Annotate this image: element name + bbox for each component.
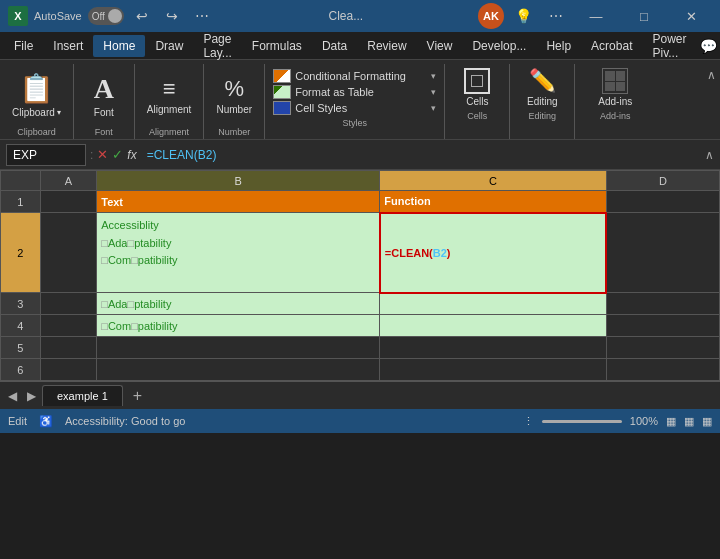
sheet-tabs: ◀ ▶ example 1 + [0, 381, 720, 409]
row-header-5[interactable]: 5 [1, 337, 41, 359]
cell-a1[interactable] [40, 191, 97, 213]
menu-powerpivot[interactable]: Power Piv... [642, 28, 696, 64]
cell-a2[interactable] [40, 213, 97, 293]
cell-b5[interactable] [97, 337, 380, 359]
menu-developer[interactable]: Develop... [462, 35, 536, 57]
cancel-formula-button[interactable]: ✕ [97, 147, 108, 162]
menu-pagelayout[interactable]: Page Lay... [193, 28, 241, 64]
alignment-label: Alignment [147, 104, 191, 115]
menu-formulas[interactable]: Formulas [242, 35, 312, 57]
number-group-content: % Number [210, 64, 258, 126]
accessibility-icon: ♿ [39, 415, 53, 428]
clipboard-group-label: Clipboard [17, 126, 56, 139]
cell-c2[interactable]: =CLEAN(B2) [380, 213, 606, 293]
toggle-off-label: Off [92, 11, 105, 22]
format-as-table-button[interactable]: Format as Table ▾ [273, 84, 436, 100]
sheet-ellipsis-button[interactable]: ⋮ [523, 415, 534, 428]
row-header-1[interactable]: 1 [1, 191, 41, 213]
add-sheet-button[interactable]: + [125, 383, 150, 409]
title-bar-left: X AutoSave Off ↩ ↪ ⋯ [8, 4, 214, 28]
cell-a4[interactable] [40, 315, 97, 337]
ribbon-display-button[interactable]: ⋯ [544, 4, 568, 28]
view-pagelayout-icon[interactable]: ▦ [702, 415, 712, 428]
cell-d6[interactable] [606, 359, 719, 381]
view-normal-icon[interactable]: ▦ [666, 415, 676, 428]
col-header-b[interactable]: B [97, 171, 380, 191]
cell-b6[interactable] [97, 359, 380, 381]
cell-c5[interactable] [380, 337, 606, 359]
cell-c4[interactable] [380, 315, 606, 337]
cell-d2[interactable] [606, 213, 719, 293]
formula-expand-button[interactable]: ∧ [705, 148, 714, 162]
cell-c6[interactable] [380, 359, 606, 381]
zoom-slider[interactable] [542, 420, 622, 423]
cell-d1[interactable] [606, 191, 719, 213]
menu-data[interactable]: Data [312, 35, 357, 57]
alignment-group-content: ≡ Alignment [141, 64, 197, 126]
sheet-tab-example1[interactable]: example 1 [42, 385, 123, 406]
col-header-a[interactable]: A [40, 171, 97, 191]
autosave-label: AutoSave [34, 10, 82, 22]
cell-b1[interactable]: Text [97, 191, 380, 213]
conditional-formatting-button[interactable]: Conditional Formatting ▾ [273, 68, 436, 84]
cell-d3[interactable] [606, 293, 719, 315]
alignment-button[interactable]: ≡ Alignment [141, 74, 197, 117]
menu-home[interactable]: Home [93, 35, 145, 57]
row-header-4[interactable]: 4 [1, 315, 41, 337]
file-title: Clea... [329, 9, 364, 23]
cell-a5[interactable] [40, 337, 97, 359]
addins-button[interactable]: Add-ins [591, 64, 639, 109]
cells-button[interactable]: Cells [453, 64, 501, 109]
avatar[interactable]: AK [478, 3, 504, 29]
sheet-nav-left[interactable]: ◀ [4, 387, 21, 405]
cell-b2[interactable]: Accessiblity □Ada□ptability □Com□patibil… [97, 213, 380, 293]
col-header-d[interactable]: D [606, 171, 719, 191]
comments-button[interactable]: 💬 [696, 34, 720, 58]
sheet-nav-right[interactable]: ▶ [23, 387, 40, 405]
menu-draw[interactable]: Draw [145, 35, 193, 57]
cell-d5[interactable] [606, 337, 719, 359]
spreadsheet-table: A B C D 1 Text Function 2 [0, 170, 720, 381]
menu-review[interactable]: Review [357, 35, 416, 57]
editing-button[interactable]: ✏️ Editing [518, 64, 566, 109]
cell-b3[interactable]: □Ada□ptability [97, 293, 380, 315]
col-header-c[interactable]: C [380, 171, 606, 191]
view-pagebreak-icon[interactable]: ▦ [684, 415, 694, 428]
cell-b4[interactable]: □Com□patibility [97, 315, 380, 337]
font-button[interactable]: A Font [80, 71, 128, 120]
table-row: 2 Accessiblity □Ada□ptability □Com□patib… [1, 213, 720, 293]
menu-view[interactable]: View [417, 35, 463, 57]
menu-insert[interactable]: Insert [43, 35, 93, 57]
ribbon-collapse-button[interactable]: ∧ [707, 68, 716, 82]
menu-acrobat[interactable]: Acrobat [581, 35, 642, 57]
quick-access-more[interactable]: ⋯ [190, 4, 214, 28]
table-row: 5 [1, 337, 720, 359]
lightbulb-icon[interactable]: 💡 [512, 4, 536, 28]
insert-function-button[interactable]: fx [127, 148, 136, 162]
cell-c1[interactable]: Function [380, 191, 606, 213]
cell-c3[interactable] [380, 293, 606, 315]
number-icon: % [225, 76, 245, 102]
formula-input[interactable]: =CLEAN(B2) [141, 144, 701, 166]
clipboard-button[interactable]: 📋 Clipboard ▾ [6, 70, 67, 120]
cell-a6[interactable] [40, 359, 97, 381]
redo-button[interactable]: ↪ [160, 4, 184, 28]
row-header-2[interactable]: 2 [1, 213, 41, 293]
cell-a3[interactable] [40, 293, 97, 315]
menu-file[interactable]: File [4, 35, 43, 57]
row-header-6[interactable]: 6 [1, 359, 41, 381]
cell-d4[interactable] [606, 315, 719, 337]
cells-group: Cells Cells [445, 64, 510, 139]
name-box[interactable]: EXP [6, 144, 86, 166]
confirm-formula-button[interactable]: ✓ [112, 147, 123, 162]
menu-help[interactable]: Help [536, 35, 581, 57]
clipboard-icon: 📋 [19, 72, 54, 105]
font-group-label: Font [95, 126, 113, 139]
row-header-3[interactable]: 3 [1, 293, 41, 315]
cell-styles-button[interactable]: Cell Styles ▾ [273, 100, 436, 116]
cell-styles-icon [273, 101, 291, 115]
autosave-toggle[interactable]: Off [88, 7, 124, 25]
minimize-button[interactable]: — [576, 0, 616, 32]
undo-button[interactable]: ↩ [130, 4, 154, 28]
number-button[interactable]: % Number [210, 74, 258, 117]
